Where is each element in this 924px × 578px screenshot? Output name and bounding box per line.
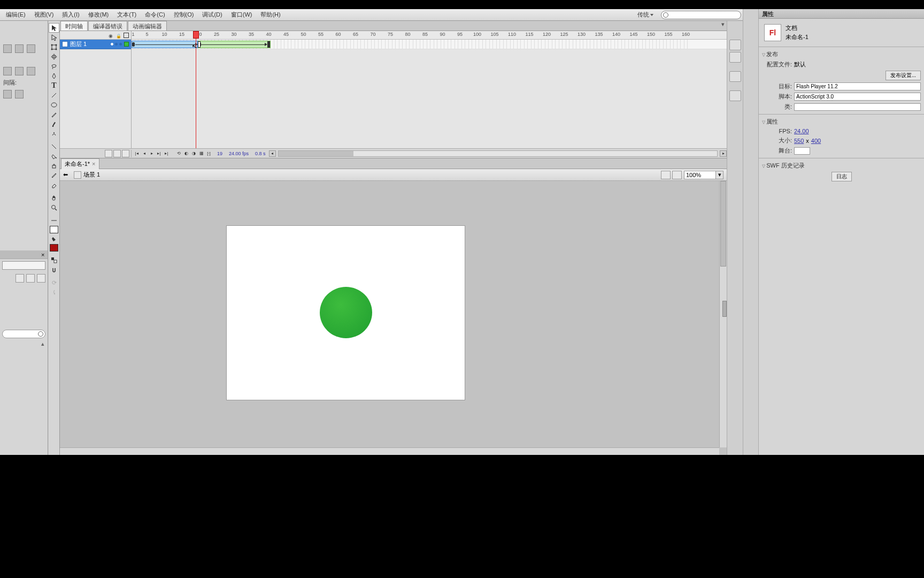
align-btn-5[interactable] — [15, 67, 24, 75]
rectangle-tool[interactable] — [49, 100, 59, 110]
menu-view[interactable]: 视图(V) — [30, 10, 58, 20]
class-field[interactable] — [794, 103, 921, 111]
brush-tool[interactable] — [49, 119, 59, 129]
lasso-tool[interactable] — [49, 62, 59, 71]
bone-tool[interactable] — [49, 142, 59, 151]
onion-marker-button[interactable]: [·] — [205, 150, 212, 157]
mini-btn-3[interactable] — [37, 274, 45, 283]
size-width[interactable]: 550 — [794, 138, 804, 144]
log-button[interactable]: 日志 — [831, 172, 852, 181]
align-btn-2[interactable] — [15, 44, 24, 53]
fps-value[interactable]: 24.00 — [794, 128, 809, 134]
free-transform-tool[interactable] — [49, 42, 59, 52]
onion-skin-button[interactable]: ◐ — [183, 150, 190, 157]
edit-symbol-button[interactable] — [672, 171, 682, 179]
stage-color-swatch[interactable] — [794, 147, 810, 155]
snap-tool[interactable] — [49, 265, 59, 275]
gap-btn-2[interactable] — [15, 90, 24, 98]
ink-bottle-tool[interactable] — [49, 161, 59, 171]
menu-window[interactable]: 窗口(W) — [227, 10, 257, 20]
lock-icon[interactable] — [116, 32, 122, 38]
expand-icon[interactable]: ▴ — [0, 340, 48, 347]
properties-panel-header[interactable]: 属性 — [759, 9, 924, 19]
mini-panel-header[interactable]: × — [0, 250, 48, 259]
menu-modify[interactable]: 修改(M) — [84, 10, 113, 20]
mini-btn-1[interactable] — [16, 274, 24, 283]
outline-icon[interactable] — [124, 33, 129, 38]
close-icon[interactable]: × — [41, 252, 47, 257]
new-layer-button[interactable] — [105, 150, 112, 157]
stroke-color-swatch[interactable] — [50, 226, 58, 233]
align-btn-3[interactable] — [27, 44, 35, 53]
tab-compiler-errors[interactable]: 编译器错误 — [88, 21, 127, 31]
line-tool[interactable] — [49, 90, 59, 100]
fill-color-swatch[interactable] — [50, 244, 58, 252]
pencil-tool[interactable] — [49, 110, 59, 119]
props-section-header[interactable]: 属性 — [762, 117, 921, 127]
align-btn-1[interactable] — [3, 44, 12, 53]
scroll-right-button[interactable]: ▸ — [720, 150, 727, 157]
mini-dropdown[interactable] — [2, 261, 45, 270]
last-frame-button[interactable]: ▸| — [163, 150, 170, 157]
menu-control[interactable]: 控制(O) — [170, 10, 198, 20]
vertical-scrollbar[interactable] — [719, 181, 727, 447]
mini-search[interactable] — [2, 330, 45, 338]
menu-edit[interactable]: 编辑(E) — [2, 10, 30, 20]
next-frame-button[interactable]: ▸| — [156, 150, 163, 157]
mini-btn-2[interactable] — [26, 274, 35, 283]
pen-tool[interactable] — [49, 71, 59, 81]
edit-scene-button[interactable] — [661, 171, 671, 179]
selection-tool[interactable] — [49, 23, 59, 33]
align-btn-4[interactable] — [3, 67, 12, 75]
timeline-ruler[interactable]: 1510152025303540455055606570758085909510… — [132, 31, 727, 40]
option-1-tool[interactable]: ⟳ — [49, 278, 59, 287]
paint-bucket-tool[interactable] — [49, 151, 59, 161]
delete-layer-button[interactable] — [122, 150, 129, 157]
layer-outline-swatch[interactable] — [124, 42, 129, 47]
dock-icon-4[interactable] — [729, 90, 741, 101]
layer-lock-dot[interactable] — [119, 43, 122, 45]
edit-multiple-button[interactable]: ▦ — [198, 150, 205, 157]
text-tool[interactable]: T — [49, 81, 59, 90]
back-icon[interactable]: ⬅ — [63, 171, 71, 179]
swap-colors-tool[interactable] — [49, 255, 59, 265]
dock-icon-1[interactable] — [729, 40, 741, 50]
prev-frame-button[interactable]: ◂ — [141, 150, 148, 157]
tab-timeline[interactable]: 时间轴 — [60, 21, 88, 31]
zoom-dropdown-button[interactable]: ▾ — [716, 171, 723, 179]
zoom-field[interactable]: 100% — [684, 171, 716, 179]
stage[interactable] — [60, 181, 727, 455]
onion-outline-button[interactable]: ◑ — [190, 150, 197, 157]
layer-row[interactable]: 图层 1 — [60, 40, 131, 49]
eraser-tool[interactable] — [49, 180, 59, 190]
document-tab[interactable]: 未命名-1* × — [61, 158, 99, 169]
stroke-style-tool[interactable] — [49, 216, 59, 225]
menu-commands[interactable]: 命令(C) — [141, 10, 169, 20]
scroll-left-button[interactable]: ◂ — [269, 150, 276, 157]
timeline-scrollbar[interactable] — [278, 150, 718, 157]
center-frame-button[interactable]: ⟲ — [175, 150, 182, 157]
subselection-tool[interactable] — [49, 33, 59, 42]
dock-icon-2[interactable] — [729, 52, 741, 63]
search-input[interactable] — [661, 11, 741, 19]
green-circle-shape[interactable] — [320, 287, 372, 338]
panel-menu-icon[interactable]: ▾ — [719, 21, 727, 31]
timeline-track[interactable]: 1510152025303540455055606570758085909510… — [132, 31, 727, 148]
tab-motion-editor[interactable]: 动画编辑器 — [128, 21, 167, 31]
hand-tool[interactable] — [49, 193, 59, 203]
option-2-tool[interactable]: ⤹ — [49, 287, 59, 297]
deco-tool[interactable] — [49, 129, 59, 139]
zoom-tool[interactable] — [49, 203, 59, 212]
menu-text[interactable]: 文本(T) — [113, 10, 141, 20]
horizontal-scrollbar[interactable] — [60, 447, 719, 455]
layer-pencil-icon[interactable] — [111, 43, 113, 45]
dock-collapse-strip[interactable] — [743, 9, 759, 455]
new-folder-button[interactable] — [113, 150, 121, 157]
publish-section-header[interactable]: 发布 — [762, 49, 921, 59]
gap-btn-1[interactable] — [3, 90, 12, 98]
script-field[interactable]: ActionScript 3.0 — [794, 93, 921, 101]
play-button[interactable]: ▸ — [148, 150, 155, 157]
eyedropper-tool[interactable] — [49, 171, 59, 180]
menu-debug[interactable]: 调试(D) — [198, 10, 226, 20]
first-frame-button[interactable]: |◂ — [133, 150, 140, 157]
